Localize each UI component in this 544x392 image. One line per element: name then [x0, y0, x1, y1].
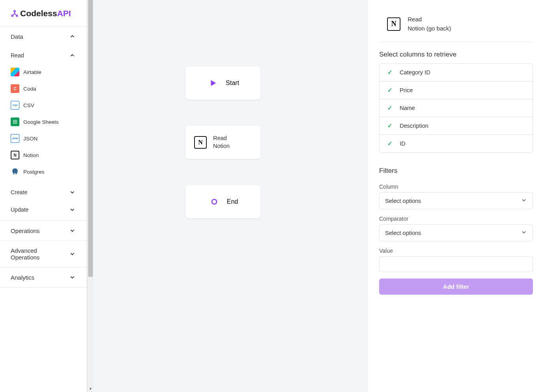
column-item[interactable]: ✓ Description [380, 117, 533, 135]
column-label: ID [400, 140, 406, 147]
notion-icon: N [194, 136, 207, 149]
source-notion[interactable]: N Notion [0, 147, 87, 163]
check-icon: ✓ [387, 87, 393, 94]
check-icon: ✓ [387, 69, 393, 76]
coda-icon: C [11, 84, 19, 93]
column-list: ✓ Category ID ✓ Price ✓ Name ✓ Descripti… [379, 63, 533, 153]
properties-panel: N Read Notion (go back) Select columns t… [368, 0, 544, 392]
json-icon: JSON [11, 134, 19, 143]
source-label: Postgres [23, 169, 44, 175]
update-label: Update [11, 206, 28, 213]
source-list: Airtable C Coda CSV CSV Google Sheets JS… [0, 64, 87, 183]
comparator-filter-label: Comparator [379, 216, 533, 222]
canvas-area: ▼ Start N Read Notion End [87, 0, 368, 392]
chevron-up-icon [69, 33, 76, 40]
notion-icon: N [387, 17, 400, 31]
chevron-down-icon [69, 189, 76, 196]
node-end[interactable]: End [185, 185, 261, 218]
sidebar: CodelessAPI Data Read Airtable C Coda CS… [0, 0, 87, 392]
advanced-label: Advanced Operations [11, 247, 58, 261]
svg-marker-6 [211, 80, 216, 86]
column-label: Category ID [400, 69, 430, 76]
source-label: CSV [23, 102, 34, 108]
source-label: JSON [23, 136, 38, 142]
column-label: Price [400, 87, 413, 93]
logo-text: CodelessAPI [20, 9, 71, 18]
column-item[interactable]: ✓ Name [380, 99, 533, 117]
value-filter-label: Value [379, 248, 533, 254]
data-label: Data [11, 33, 23, 40]
column-label: Name [400, 105, 415, 111]
node-label: End [227, 198, 238, 205]
source-airtable[interactable]: Airtable [0, 64, 87, 80]
notion-icon: N [11, 151, 19, 159]
update-header[interactable]: Update [0, 201, 87, 220]
column-item[interactable]: ✓ ID [380, 135, 533, 152]
postgres-icon [11, 167, 19, 176]
data-section: Data Read Airtable C Coda CSV CSV Google… [0, 27, 87, 220]
go-back-link[interactable]: Notion (go back) [408, 24, 451, 33]
data-header[interactable]: Data [0, 27, 87, 46]
source-json[interactable]: JSON JSON [0, 130, 87, 147]
read-label: Read [11, 52, 24, 59]
sheets-icon [11, 117, 19, 126]
logo-icon [11, 9, 19, 17]
filters-title: Filters [379, 167, 533, 175]
source-label: Google Sheets [23, 119, 59, 125]
panel-header: N Read Notion (go back) [379, 12, 533, 42]
play-icon [207, 77, 219, 89]
select-placeholder: Select options [385, 230, 421, 236]
end-icon [208, 195, 221, 208]
read-header[interactable]: Read [0, 46, 87, 64]
operations-header[interactable]: Operations [0, 221, 87, 241]
value-input[interactable] [379, 256, 533, 272]
svg-point-7 [212, 199, 217, 204]
create-label: Create [11, 189, 27, 195]
node-label: Read Notion [213, 134, 230, 150]
scrollbar-down-arrow[interactable]: ▼ [87, 385, 94, 392]
analytics-header[interactable]: Analytics [0, 267, 87, 287]
scrollbar-thumb[interactable] [88, 0, 93, 277]
logo[interactable]: CodelessAPI [0, 0, 87, 27]
source-csv[interactable]: CSV CSV [0, 97, 87, 114]
chevron-down-icon [521, 229, 527, 237]
chevron-down-icon [521, 197, 527, 205]
source-label: Airtable [23, 69, 42, 75]
csv-icon: CSV [11, 101, 19, 110]
node-start[interactable]: Start [185, 66, 261, 100]
scrollbar-vertical[interactable]: ▼ [87, 0, 94, 392]
operations-label: Operations [11, 227, 40, 234]
source-coda[interactable]: C Coda [0, 80, 87, 97]
comparator-select[interactable]: Select options [379, 224, 533, 241]
source-google-sheets[interactable]: Google Sheets [0, 114, 87, 130]
chevron-down-icon [69, 274, 76, 281]
chevron-down-icon [69, 227, 76, 234]
create-header[interactable]: Create [0, 183, 87, 201]
check-icon: ✓ [387, 122, 393, 129]
airtable-icon [11, 68, 19, 76]
check-icon: ✓ [387, 104, 393, 112]
columns-title: Select columns to retrieve [379, 51, 533, 59]
add-filter-button[interactable]: Add filter [379, 278, 533, 295]
select-placeholder: Select options [385, 198, 421, 204]
column-item[interactable]: ✓ Category ID [380, 64, 533, 81]
workflow-canvas[interactable]: Start N Read Notion End [94, 0, 368, 392]
analytics-label: Analytics [11, 274, 34, 281]
chevron-down-icon [69, 250, 76, 258]
node-label: Start [226, 80, 239, 87]
source-label: Coda [23, 86, 36, 92]
svg-point-0 [14, 10, 15, 12]
chevron-up-icon [69, 52, 76, 59]
column-label: Description [400, 123, 429, 129]
panel-header-text: Read Notion (go back) [408, 15, 451, 33]
chevron-down-icon [69, 206, 76, 213]
column-item[interactable]: ✓ Price [380, 81, 533, 99]
source-label: Notion [23, 152, 39, 158]
column-select[interactable]: Select options [379, 192, 533, 209]
column-filter-label: Column [379, 184, 533, 190]
source-postgres[interactable]: Postgres [0, 163, 87, 180]
advanced-header[interactable]: Advanced Operations [0, 241, 87, 267]
node-read-notion[interactable]: N Read Notion [185, 126, 261, 159]
check-icon: ✓ [387, 140, 393, 147]
